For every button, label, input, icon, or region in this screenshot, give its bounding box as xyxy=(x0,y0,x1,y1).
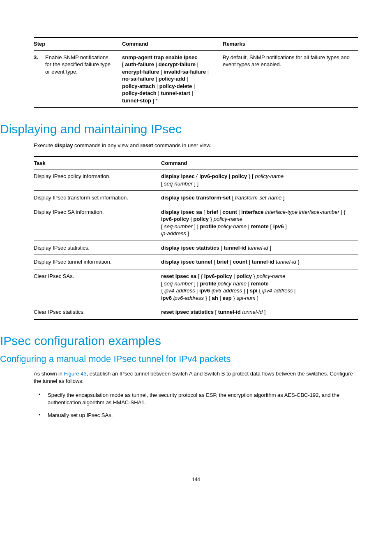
command-cell: snmp-agent trap enable ipsec [ auth-fail… xyxy=(122,50,223,108)
table-row: Display IPsec transform set information.… xyxy=(34,191,358,205)
task-cell: Clear IPsec SAs. xyxy=(34,269,161,305)
task-cell: Display IPsec tunnel information. xyxy=(34,255,161,269)
command-cell: display ipsec sa [ brief | count | inter… xyxy=(161,205,358,241)
task-cell: Clear IPsec statistics. xyxy=(34,305,161,320)
table-row: Display IPsec statistics. display ipsec … xyxy=(34,241,358,255)
page-number: 144 xyxy=(34,477,358,482)
th-command: Command xyxy=(122,37,223,50)
snmp-table: Step Command Remarks 3.Enable SNMP notif… xyxy=(34,37,358,108)
th-remarks: Remarks xyxy=(223,37,358,50)
figure-link[interactable]: Figure 43 xyxy=(64,371,87,377)
step-number: 3. xyxy=(34,54,45,61)
th-task: Task xyxy=(34,157,161,169)
intro-paragraph: Execute display commands in any view and… xyxy=(34,142,358,149)
task-cell: Display IPsec policy information. xyxy=(34,169,161,191)
table-row: Clear IPsec statistics. reset ipsec stat… xyxy=(34,305,358,320)
table-row: Display IPsec policy information. displa… xyxy=(34,169,358,191)
section-heading-examples: IPsec configuration examples xyxy=(0,334,358,348)
list-item: Specify the encapsulation mode as tunnel… xyxy=(34,392,358,406)
command-cell: reset ipsec sa [ { ipv6-policy | policy … xyxy=(161,269,358,305)
remarks-cell: By default, SNMP notifications for all f… xyxy=(223,50,358,108)
th-step: Step xyxy=(34,37,122,50)
page: Step Command Remarks 3.Enable SNMP notif… xyxy=(0,0,392,507)
section-heading-displaying: Displaying and maintaining IPsec xyxy=(0,122,358,136)
section-subheading-manual-tunnel: Configuring a manual mode IPsec tunnel f… xyxy=(0,354,358,364)
task-cell: Display IPsec SA information. xyxy=(34,205,161,241)
table-row: 3.Enable SNMP notifications for the spec… xyxy=(34,50,358,108)
table-row: Display IPsec SA information. display ip… xyxy=(34,205,358,241)
th-command: Command xyxy=(161,157,358,169)
command-cell: display ipsec { ipv6-policy | policy } [… xyxy=(161,169,358,191)
list-item: Manually set up IPsec SAs. xyxy=(34,412,358,419)
task-cell: Display IPsec statistics. xyxy=(34,241,161,255)
bullet-list: Specify the encapsulation mode as tunnel… xyxy=(34,392,358,419)
display-commands-table: Task Command Display IPsec policy inform… xyxy=(34,156,358,320)
command-cell: display ipsec statistics [ tunnel-id tun… xyxy=(161,241,358,255)
task-cell: Display IPsec transform set information. xyxy=(34,191,161,205)
command-cell: display ipsec tunnel { brief | count | t… xyxy=(161,255,358,269)
table-row: Clear IPsec SAs. reset ipsec sa [ { ipv6… xyxy=(34,269,358,305)
command-cell: reset ipsec statistics [ tunnel-id tunne… xyxy=(161,305,358,320)
table-row: Display IPsec tunnel information. displa… xyxy=(34,255,358,269)
step-text: Enable SNMP notifications for the specif… xyxy=(45,54,111,76)
example-paragraph: As shown in Figure 43, establish an IPse… xyxy=(34,370,358,385)
command-cell: display ipsec transform-set [ transform-… xyxy=(161,191,358,205)
